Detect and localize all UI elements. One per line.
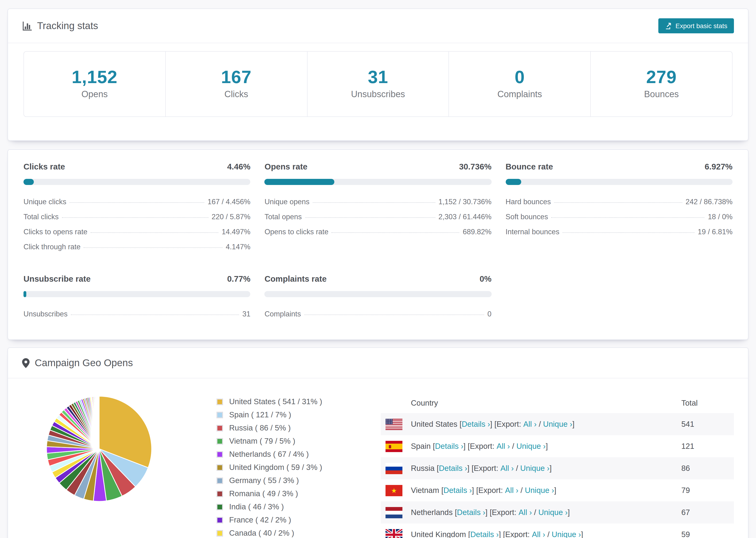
export-all-link[interactable]: All › — [523, 420, 537, 429]
export-unique-link[interactable]: Unique › — [516, 442, 546, 451]
complaints-rate-value: 0% — [480, 274, 492, 284]
rate-detail-value: 167 / 4.456% — [207, 198, 250, 206]
stat-value: 1,152 — [24, 67, 165, 87]
legend-swatch — [216, 530, 223, 536]
legend-swatch — [216, 438, 223, 444]
opens-rate-value: 30.736% — [459, 162, 491, 172]
clicks-rate-head: Clicks rate4.46% — [24, 162, 250, 172]
details-link[interactable]: Details › — [457, 508, 485, 517]
legend-item: India ( 46 / 3% ) — [216, 502, 375, 511]
flag-gb-icon — [386, 529, 403, 538]
bracket: ] — [550, 464, 552, 473]
stat-label: Complaints — [449, 89, 590, 99]
country-total: 86 — [681, 464, 727, 473]
details-link[interactable]: Details › — [461, 420, 490, 429]
complaints-rate-head: Complaints rate0% — [265, 274, 492, 284]
legend-swatch — [216, 411, 223, 418]
dotted-leader — [84, 247, 223, 248]
slash: / — [537, 420, 543, 429]
rate-detail-label: Click through rate — [24, 243, 81, 251]
unsubscribe-rate-block: Unsubscribe rate0.77%Unsubscribes31 — [24, 274, 250, 322]
slash: / — [532, 508, 538, 517]
bounce-rate-head: Bounce rate6.927% — [506, 162, 732, 172]
bracket-export: ] [Export: — [472, 486, 505, 495]
legend-label: Canada ( 40 / 2% ) — [229, 529, 294, 538]
tracking-stats-header: Tracking stats Export basic stats — [8, 9, 748, 43]
rates-card: Clicks rate4.46%Unique clicks167 / 4.456… — [8, 149, 748, 340]
geo-title: Campaign Geo Opens — [35, 357, 133, 368]
geo-header: Campaign Geo Opens — [8, 348, 748, 378]
country-cell: ★Vietnam [Details ›] [Export: All › / Un… — [386, 485, 681, 496]
es-emblem — [389, 445, 391, 448]
opens-rate-bar-fill — [265, 179, 334, 185]
rate-detail-row: Unsubscribes31 — [24, 306, 250, 322]
export-all-link[interactable]: All › — [500, 464, 514, 473]
country-total: 67 — [681, 508, 727, 517]
geo-table-row: Spain [Details ›] [Export: All › / Uniqu… — [381, 435, 734, 457]
dotted-leader — [62, 217, 208, 218]
export-unique-link[interactable]: Unique › — [538, 508, 568, 517]
export-all-link[interactable]: All › — [519, 508, 532, 517]
dotted-leader — [332, 232, 459, 233]
export-all-link[interactable]: All › — [532, 530, 545, 538]
dotted-leader — [313, 202, 435, 203]
map-pin-icon — [22, 358, 29, 368]
vn-star: ★ — [391, 487, 397, 494]
legend-label: United States ( 541 / 31% ) — [229, 397, 322, 406]
stat-tile-complaints: 0Complaints — [449, 52, 590, 116]
details-link[interactable]: Details › — [470, 530, 499, 538]
campaign-geo-opens-card: Campaign Geo Opens United States ( 541 /… — [8, 348, 748, 538]
legend-item: Russia ( 86 / 5% ) — [216, 423, 375, 432]
flag-ru-icon — [386, 463, 403, 474]
dotted-leader — [70, 202, 204, 203]
geo-table-row: Russia [Details ›] [Export: All › / Uniq… — [381, 457, 734, 479]
legend-swatch — [216, 398, 223, 405]
flag-nl-icon — [386, 507, 403, 518]
bracket-export: ] [Export: — [490, 420, 523, 429]
legend-swatch — [216, 464, 223, 471]
export-unique-link[interactable]: Unique › — [520, 464, 550, 473]
geo-content: United States ( 541 / 31% )Spain ( 121 /… — [8, 378, 748, 538]
total-column-header: Total — [681, 399, 727, 407]
rate-detail-row: Complaints0 — [265, 306, 492, 322]
export-unique-link[interactable]: Unique › — [552, 530, 581, 538]
bounce-rate-bar — [506, 179, 732, 185]
details-link[interactable]: Details › — [444, 486, 472, 495]
geo-table: Country Total United States [Details ›] … — [381, 385, 734, 538]
legend-item: Canada ( 40 / 2% ) — [216, 529, 375, 538]
stats-row: 1,152Opens167Clicks31Unsubscribes0Compla… — [24, 51, 732, 117]
country-name: United Kingdom — [411, 530, 466, 538]
pie-svg — [43, 393, 155, 505]
opens-rate-title: Opens rate — [265, 162, 307, 172]
rate-detail-label: Unique opens — [265, 198, 309, 206]
stat-tile-bounces: 279Bounces — [590, 52, 732, 116]
export-all-link[interactable]: All › — [497, 442, 510, 451]
export-basic-stats-button[interactable]: Export basic stats — [658, 18, 734, 33]
details-link[interactable]: Details › — [439, 464, 467, 473]
unsubscribe-rate-title: Unsubscribe rate — [24, 274, 91, 284]
legend-label: Romania ( 49 / 3% ) — [229, 489, 298, 498]
legend-label: France ( 42 / 2% ) — [229, 515, 291, 524]
rate-detail-label: Internal bounces — [506, 228, 559, 236]
stat-tile-opens: 1,152Opens — [24, 52, 165, 116]
country-total: 541 — [681, 420, 727, 429]
country-name: Netherlands — [411, 508, 453, 517]
rate-detail-value: 0 — [487, 310, 491, 318]
details-link[interactable]: Details › — [435, 442, 463, 451]
export-unique-link[interactable]: Unique › — [525, 486, 554, 495]
stat-value: 31 — [307, 67, 449, 87]
stat-tile-clicks: 167Clicks — [165, 52, 307, 116]
tracking-stats-card: Tracking stats Export basic stats 1,152O… — [8, 9, 748, 141]
clicks-rate-bar-fill — [24, 179, 33, 185]
bracket: ] — [568, 508, 570, 517]
rate-detail-row: Total clicks220 / 5.87% — [24, 209, 250, 224]
rate-detail-value: 2,303 / 61.446% — [439, 213, 492, 221]
opens-rate-bar — [265, 179, 492, 185]
export-all-link[interactable]: All › — [505, 486, 518, 495]
bounce-rate-block: Bounce rate6.927%Hard bounces242 / 86.73… — [506, 162, 732, 254]
country-total: 79 — [681, 486, 727, 495]
geo-pie-chart — [22, 378, 200, 507]
clicks-rate-block: Clicks rate4.46%Unique clicks167 / 4.456… — [24, 162, 250, 254]
bracket: [ — [458, 420, 461, 429]
export-unique-link[interactable]: Unique › — [543, 420, 572, 429]
